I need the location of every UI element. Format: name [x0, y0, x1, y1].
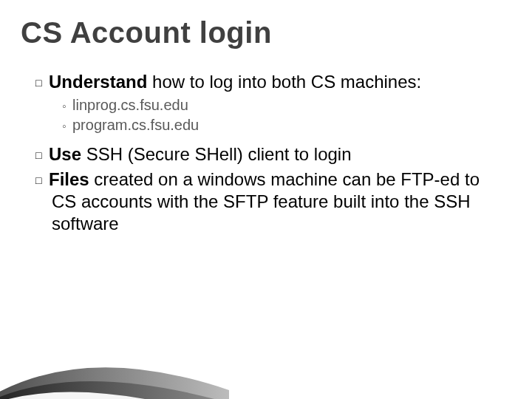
bullet-rest: how to log into both CS machines: [147, 72, 421, 92]
square-bullet-icon: □ [35, 149, 49, 163]
subbullet-text: linprog.cs.fsu.edu [72, 97, 188, 113]
slide-title: CS Account login [21, 16, 272, 50]
square-bullet-icon: □ [35, 77, 49, 90]
subbullet-linprog: ◦linprog.cs.fsu.edu [35, 96, 497, 115]
bullet-understand: □Understand how to log into both CS mach… [35, 71, 497, 93]
bullet-rest: created on a windows machine can be FTP-… [52, 169, 480, 233]
ring-bullet-icon: ◦ [62, 119, 72, 134]
bullet-use-ssh: □Use SSH (Secure SHell) client to login [35, 143, 497, 166]
subbullet-text: program.cs.fsu.edu [72, 117, 199, 133]
bullet-rest: SSH (Secure SHell) client to login [81, 144, 351, 164]
decorative-swoosh-icon [0, 310, 236, 399]
bullet-lead: Files [49, 169, 89, 189]
bullet-lead: Use [49, 144, 81, 164]
square-bullet-icon: □ [35, 174, 49, 188]
slide: CS Account login □Understand how to log … [0, 0, 532, 399]
bullet-files-ftp: □Files created on a windows machine can … [35, 168, 497, 235]
slide-content: □Understand how to log into both CS mach… [35, 71, 497, 238]
spacer [35, 136, 497, 143]
ring-bullet-icon: ◦ [62, 99, 72, 114]
subbullet-program: ◦program.cs.fsu.edu [35, 116, 497, 134]
bullet-lead: Understand [49, 72, 147, 92]
